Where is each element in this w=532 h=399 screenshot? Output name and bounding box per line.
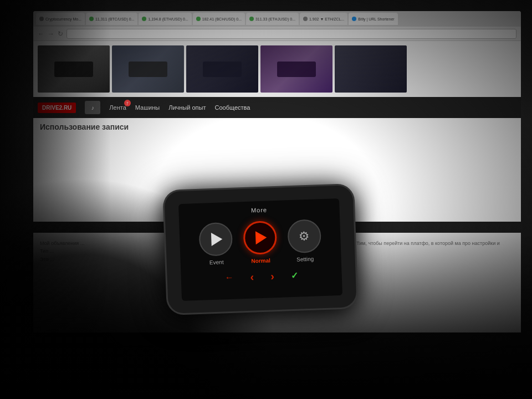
tab-dot-4 xyxy=(196,17,201,21)
tab-dot-1 xyxy=(39,17,44,21)
tab-7[interactable]: Bitly | URL Shortener xyxy=(349,13,397,25)
device-screen: More Event Normal ⚙ S xyxy=(178,198,342,300)
thumb-4 xyxy=(260,45,332,93)
arrow-next[interactable]: › xyxy=(270,270,274,283)
thumb-5 xyxy=(335,45,407,93)
tab-dot-3 xyxy=(142,17,146,21)
event-play-icon xyxy=(211,232,223,246)
site-nav: DRIVE2.RU ♪ Лента 7 Машины Личный опыт С… xyxy=(33,97,521,118)
browser-toolbar: ← → ↻ xyxy=(33,27,521,41)
nav-link-opyt[interactable]: Личный опыт xyxy=(168,104,206,111)
tab-dot-7 xyxy=(352,17,356,21)
gear-icon: ⚙ xyxy=(299,228,310,243)
tab-3[interactable]: 1,194.8 (ETH/USD) 0... xyxy=(139,13,191,25)
normal-button-group[interactable]: Normal xyxy=(243,220,278,264)
site-logo: DRIVE2.RU xyxy=(38,103,76,113)
tab-2[interactable]: 11,311 (BTC/USD) 0... xyxy=(86,13,137,25)
arrow-prev[interactable]: ‹ xyxy=(250,270,254,283)
event-circle xyxy=(198,222,233,256)
thumb-2 xyxy=(112,45,184,93)
screen-buttons: Event Normal ⚙ Setting xyxy=(198,219,322,266)
article-area: Использование записи xyxy=(33,118,521,138)
normal-play-icon xyxy=(255,231,267,244)
handheld-device: More Event Normal ⚙ S xyxy=(164,185,356,314)
tab-4[interactable]: 182.41 (BCH/USD) 0... xyxy=(193,13,245,25)
article-title: Использование записи xyxy=(40,122,274,131)
back-button[interactable]: ← xyxy=(38,30,44,38)
thumbnails-row xyxy=(33,41,521,97)
setting-circle: ⚙ xyxy=(287,219,321,253)
nav-link-mashiny[interactable]: Машины xyxy=(135,104,160,111)
address-bar[interactable] xyxy=(66,29,516,39)
thumb-3 xyxy=(186,45,258,93)
nav-link-soobshchestva[interactable]: Сообщества xyxy=(214,104,250,111)
tab-dot-6 xyxy=(303,17,308,21)
arrow-check[interactable]: ✓ xyxy=(291,270,299,280)
setting-label: Setting xyxy=(296,255,314,262)
reload-button[interactable]: ↻ xyxy=(58,30,63,38)
tab-5[interactable]: 311.33 (ETHJUSD) 0... xyxy=(246,13,299,25)
tab-dot-2 xyxy=(89,17,94,21)
screen-title: More xyxy=(251,206,267,213)
tab-1[interactable]: Cryptocurrency Mo... xyxy=(36,13,85,25)
event-button-group[interactable]: Event xyxy=(198,222,233,265)
setting-button-group[interactable]: ⚙ Setting xyxy=(287,219,322,263)
thumb-1 xyxy=(38,45,110,93)
browser-tab-bar: Cryptocurrency Mo... 11,311 (BTC/USD) 0.… xyxy=(33,11,521,27)
tab-6[interactable]: 1.902 ▼ ETH/ZCL... xyxy=(300,13,347,25)
tab-dot-5 xyxy=(249,17,254,21)
screen-arrows: ← ‹ › ✓ xyxy=(224,269,298,284)
lenta-badge: 7 xyxy=(124,100,131,106)
event-label: Event xyxy=(209,259,224,265)
forward-button[interactable]: → xyxy=(48,30,54,38)
arrow-left[interactable]: ← xyxy=(224,273,234,283)
normal-circle xyxy=(243,220,277,254)
site-logo-icon: ♪ xyxy=(85,101,100,114)
normal-label: Normal xyxy=(251,257,270,264)
nav-link-lenta[interactable]: Лента 7 xyxy=(109,104,126,111)
